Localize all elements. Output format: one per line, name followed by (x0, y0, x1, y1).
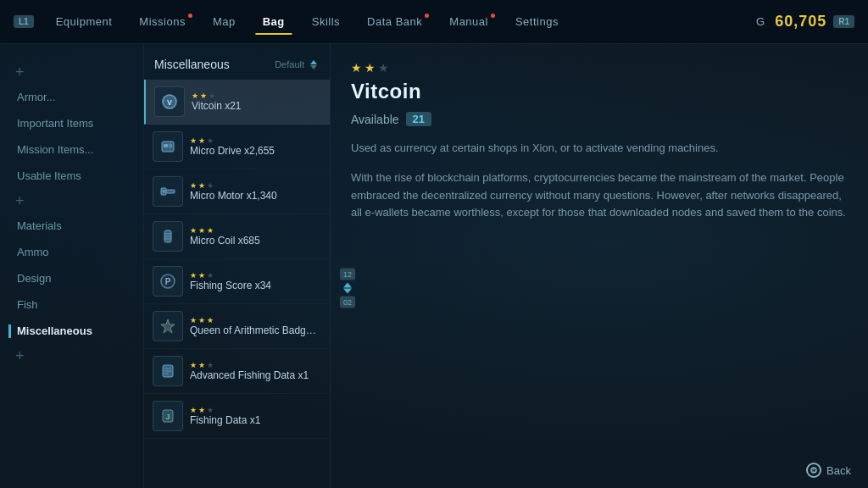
scroll-up-arrow[interactable] (343, 283, 352, 288)
item-icon-micromotor (153, 176, 183, 207)
item-info-fishingscore: ★ ★ ★ Fishing Score x34 (190, 271, 321, 291)
databank-dot (425, 14, 429, 18)
item-name-fishingscore: Fishing Score x34 (190, 280, 321, 291)
list-item[interactable]: ★ ★ ★ Micro Motor x1,340 (144, 169, 330, 214)
nav-item-skills[interactable]: Skills (300, 10, 352, 33)
currency-g-label: G (756, 15, 765, 28)
manual-dot (491, 14, 495, 18)
item-stars: ★ ★ ★ (190, 136, 321, 143)
item-name-advfishingdata: Advanced Fishing Data x1 (190, 369, 321, 381)
item-icon-queenbadge (153, 311, 183, 341)
main-area: + Armor... Important Items Mission Items… (0, 44, 868, 488)
item-name-queenbadge: Queen of Arithmetic Badge x1 (190, 324, 321, 336)
sidebar-item-fish[interactable]: Fish (8, 292, 135, 317)
detail-panel: ★ ★ ★ Vitcoin Available 21 Used as curre… (331, 44, 868, 488)
panel-header: Miscellaneous Default (144, 53, 330, 80)
nav-items: Equipment Missions Map Bag Skills Data B… (44, 10, 756, 33)
bottom-bar: B Back (806, 463, 851, 478)
scroll-down-arrow[interactable] (343, 289, 352, 294)
nav-item-equipment[interactable]: Equipment (44, 10, 125, 33)
scroll-bottom-badge: 02 (340, 297, 355, 308)
list-item[interactable]: V ★ ★ ★ Vitcoin x21 (144, 80, 330, 125)
sidebar-item-ammo[interactable]: Ammo (8, 240, 135, 264)
item-stars: ★ ★ ★ (190, 406, 321, 413)
nav-item-bag[interactable]: Bag (251, 10, 297, 33)
item-info-advfishingdata: ★ ★ ★ Advanced Fishing Data x1 (190, 361, 321, 381)
list-item[interactable]: ★ ★ ★ Advanced Fishing Data x1 (144, 349, 330, 394)
item-info-microdrive: ★ ★ ★ Micro Drive x2,655 (190, 136, 321, 157)
sidebar-item-design[interactable]: Design (8, 266, 135, 291)
svg-text:J: J (165, 413, 170, 421)
sort-icon (308, 58, 320, 70)
list-item[interactable]: J ★ ★ ★ Fishing Data x1 (144, 394, 330, 439)
detail-title: Vitcoin (351, 80, 848, 103)
sidebar: + Armor... Important Items Mission Items… (0, 44, 144, 488)
back-label[interactable]: Back (826, 464, 851, 477)
item-icon-microdrive (153, 131, 183, 162)
item-name-vitcoin: Vitcoin x21 (192, 100, 321, 112)
svg-rect-6 (166, 190, 175, 193)
nav-item-map[interactable]: Map (201, 10, 248, 33)
item-stars: ★ ★ ★ (190, 226, 321, 233)
svg-point-4 (169, 144, 172, 147)
scroll-top-badge: 12 (340, 269, 355, 280)
sidebar-item-mission[interactable]: Mission Items... (8, 137, 135, 162)
scroll-indicator: 12 02 (340, 269, 355, 308)
r1-badge: R1 (833, 15, 854, 28)
detail-desc1: Used as currency at certain shops in Xio… (351, 140, 848, 158)
topbar-right: G 60,705 R1 (756, 13, 854, 30)
item-info-micromotor: ★ ★ ★ Micro Motor x1,340 (190, 181, 321, 202)
detail-available: Available 21 (351, 112, 848, 126)
svg-rect-3 (164, 144, 168, 147)
nav-item-settings[interactable]: Settings (504, 10, 570, 33)
item-name-fishingdata: Fishing Data x1 (190, 414, 321, 426)
item-info-microcoil: ★ ★ ★ Micro Coil x685 (190, 226, 321, 247)
sidebar-item-materials[interactable]: Materials (8, 214, 135, 238)
available-count: 21 (406, 112, 431, 126)
item-name-microcoil: Micro Coil x685 (190, 235, 321, 247)
nav-item-manual[interactable]: Manual (437, 10, 500, 33)
panel-title: Miscellaneous (154, 58, 230, 71)
item-icon-advfishingdata (153, 356, 183, 386)
item-icon-fishingscore: P (153, 266, 183, 297)
item-stars: ★ ★ ★ (190, 361, 321, 368)
item-info-fishingdata: ★ ★ ★ Fishing Data x1 (190, 406, 321, 426)
item-icon-vitcoin: V (154, 86, 185, 117)
detail-stars: ★ ★ ★ (351, 61, 848, 75)
sidebar-item-important[interactable]: Important Items (8, 111, 135, 136)
scroll-arrows[interactable] (343, 283, 352, 294)
item-stars: ★ ★ ★ (192, 92, 321, 98)
missions-dot (188, 14, 192, 18)
sidebar-cross-bottom: + (8, 345, 135, 367)
svg-text:P: P (165, 277, 171, 286)
list-item[interactable]: P ★ ★ ★ Fishing Score x34 (144, 259, 330, 304)
item-info-queenbadge: ★ ★ ★ Queen of Arithmetic Badge x1 (190, 316, 321, 336)
nav-item-databank[interactable]: Data Bank (355, 10, 434, 33)
list-item[interactable]: ★ ★ ★ Micro Coil x685 (144, 214, 330, 259)
nav-item-missions[interactable]: Missions (127, 10, 198, 33)
item-info-vitcoin: ★ ★ ★ Vitcoin x21 (192, 92, 321, 112)
svg-marker-14 (161, 319, 175, 333)
item-stars: ★ ★ ★ (190, 271, 321, 278)
svg-point-7 (162, 190, 165, 193)
sidebar-item-miscellaneous[interactable]: Miscellaneous (8, 319, 135, 343)
sidebar-cross-mid: + (8, 190, 135, 212)
panel-sort[interactable]: Default (275, 58, 320, 70)
item-list-panel: Miscellaneous Default V ★ ★ ★ Vitcoin (144, 44, 331, 488)
item-icon-fishingdata: J (153, 401, 183, 431)
sidebar-item-armor[interactable]: Armor... (8, 85, 135, 109)
list-item[interactable]: ★ ★ ★ Queen of Arithmetic Badge x1 (144, 304, 330, 349)
svg-text:V: V (167, 98, 172, 107)
sidebar-cross-top: + (8, 61, 135, 83)
currency-value: 60,705 (775, 13, 826, 30)
item-icon-microcoil (153, 221, 183, 252)
item-stars: ★ ★ ★ (190, 181, 321, 188)
item-name-microdrive: Micro Drive x2,655 (190, 145, 321, 157)
l1-badge: L1 (14, 15, 34, 28)
sidebar-item-usable[interactable]: Usable Items (8, 164, 135, 188)
topbar: L1 Equipment Missions Map Bag Skills Dat… (0, 0, 868, 44)
list-item[interactable]: ★ ★ ★ Micro Drive x2,655 (144, 125, 330, 169)
detail-desc2: With the rise of blockchain platforms, c… (351, 169, 848, 222)
item-stars: ★ ★ ★ (190, 316, 321, 323)
item-name-micromotor: Micro Motor x1,340 (190, 190, 321, 202)
